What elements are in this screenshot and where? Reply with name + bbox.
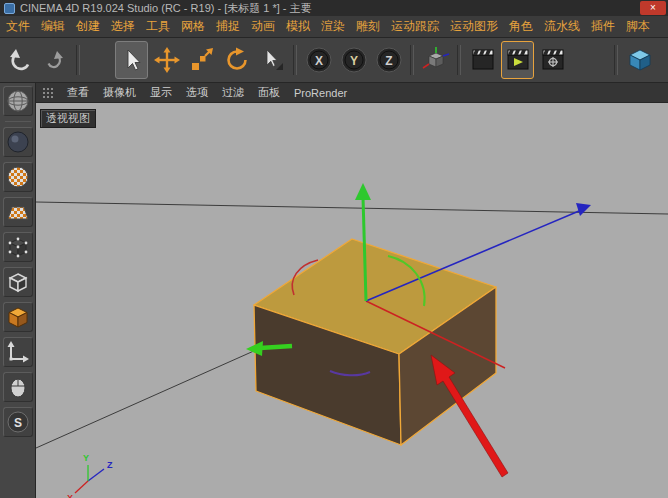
lock-z-axis-button[interactable]: Z (372, 41, 405, 79)
menu-item-mograph[interactable]: 运动图形 (450, 18, 498, 35)
menu-item-create[interactable]: 创建 (76, 18, 100, 35)
snap-button[interactable]: S (3, 407, 33, 437)
viewport-menu-item-panel[interactable]: 面板 (258, 85, 280, 100)
model-mode-button[interactable] (3, 127, 33, 157)
axis-indicator-z-label: Z (107, 460, 113, 470)
viewport-menu-item-display[interactable]: 显示 (150, 85, 172, 100)
main-toolbar: X Y Z (0, 38, 668, 83)
pen-tool-button[interactable] (658, 41, 668, 79)
mode-palette: S (0, 83, 36, 498)
render-view-button[interactable] (466, 41, 499, 79)
workplane-mode-icon (5, 199, 31, 225)
app-icon (4, 3, 15, 14)
svg-text:Z: Z (385, 54, 392, 68)
texture-mode-icon (5, 164, 31, 190)
menu-item-mesh[interactable]: 网格 (181, 18, 205, 35)
viewport-menu-item-view[interactable]: 查看 (67, 85, 89, 100)
perspective-viewport[interactable]: 透视视图 (36, 103, 668, 498)
viewport-menu-item-prorender[interactable]: ProRender (294, 87, 347, 99)
render-picture-viewer-button[interactable] (501, 41, 534, 79)
model-mode-icon (5, 129, 31, 155)
close-button[interactable]: × (640, 1, 666, 15)
move-tool-icon (153, 46, 181, 74)
tweak-mode-button[interactable] (3, 372, 33, 402)
window-title: CINEMA 4D R19.024 Studio (RC - R19) - [未… (20, 1, 312, 16)
live-selection-button[interactable] (115, 41, 148, 79)
viewport-menu-grip-icon[interactable] (43, 88, 53, 98)
rotate-tool-icon (223, 46, 251, 74)
title-bar: CINEMA 4D R19.024 Studio (RC - R19) - [未… (0, 0, 668, 16)
menu-item-script[interactable]: 脚本 (626, 18, 650, 35)
edges-mode-icon (5, 269, 31, 295)
render-picture-viewer-icon (504, 46, 532, 74)
axis-indicator-y-label: Y (83, 453, 89, 463)
menu-item-pipeline[interactable]: 流水线 (544, 18, 580, 35)
points-mode-icon (5, 234, 31, 260)
main-area: S 查看 摄像机 显示 选项 过滤 面板 ProRender 透视视图 (0, 83, 668, 498)
polygons-mode-button[interactable] (3, 302, 33, 332)
enable-axis-button[interactable] (3, 337, 33, 367)
viewport-menu-item-filter[interactable]: 过滤 (222, 85, 244, 100)
undo-button[interactable] (3, 41, 36, 79)
snap-icon: S (5, 409, 31, 435)
menu-item-sculpt[interactable]: 雕刻 (356, 18, 380, 35)
render-view-icon (469, 46, 497, 74)
render-settings-button[interactable] (536, 41, 569, 79)
undo-icon (7, 47, 33, 73)
menu-bar: 文件 编辑 创建 选择 工具 网格 捕捉 动画 模拟 渲染 雕刻 运动跟踪 运动… (0, 16, 668, 38)
scale-tool-icon (188, 46, 216, 74)
svg-text:S: S (13, 416, 21, 430)
menu-item-edit[interactable]: 编辑 (41, 18, 65, 35)
menu-item-simulate[interactable]: 模拟 (286, 18, 310, 35)
palette-divider (5, 121, 31, 122)
menu-item-file[interactable]: 文件 (6, 18, 30, 35)
rotate-tool-button[interactable] (220, 41, 253, 79)
x-axis-icon: X (304, 45, 334, 75)
viewport-menu-item-options[interactable]: 选项 (186, 85, 208, 100)
viewport-canvas[interactable]: Z Y X (36, 103, 668, 498)
render-settings-icon (539, 46, 567, 74)
menu-item-snap[interactable]: 捕捉 (216, 18, 240, 35)
menu-item-plugins[interactable]: 插件 (591, 18, 615, 35)
coordinate-system-button[interactable] (419, 41, 452, 79)
menu-item-character[interactable]: 角色 (509, 18, 533, 35)
workplane-mode-button[interactable] (3, 197, 33, 227)
cursor-dropdown-icon (260, 48, 284, 72)
toolbar-separator (614, 45, 618, 75)
svg-text:Y: Y (349, 54, 357, 68)
scale-tool-button[interactable] (185, 41, 218, 79)
cube-primitive-icon (626, 46, 654, 74)
texture-mode-button[interactable] (3, 162, 33, 192)
redo-button[interactable] (38, 41, 71, 79)
view-label: 透视视图 (40, 109, 96, 128)
move-tool-button[interactable] (150, 41, 183, 79)
toolbar-separator (293, 45, 297, 75)
pen-tool-icon (661, 46, 668, 74)
z-axis-icon: Z (374, 45, 404, 75)
add-cube-button[interactable] (623, 41, 656, 79)
points-mode-button[interactable] (3, 232, 33, 262)
mouse-icon (5, 374, 31, 400)
lock-x-axis-button[interactable]: X (302, 41, 335, 79)
y-axis-icon: Y (339, 45, 369, 75)
make-editable-button[interactable] (3, 86, 33, 116)
menu-item-animate[interactable]: 动画 (251, 18, 275, 35)
selection-cursor-icon (119, 47, 145, 73)
menu-item-select[interactable]: 选择 (111, 18, 135, 35)
menu-item-motion-tracker[interactable]: 运动跟踪 (391, 18, 439, 35)
polygons-mode-icon (5, 304, 31, 330)
redo-icon (44, 49, 66, 71)
last-tool-button[interactable] (255, 41, 288, 79)
toolbar-separator (76, 45, 80, 75)
coordinate-system-icon (421, 45, 451, 75)
viewport-menu-item-cameras[interactable]: 摄像机 (103, 85, 136, 100)
axis-indicator-x-label: X (67, 493, 73, 498)
edges-mode-button[interactable] (3, 267, 33, 297)
viewport-column: 查看 摄像机 显示 选项 过滤 面板 ProRender 透视视图 (36, 83, 668, 498)
lock-y-axis-button[interactable]: Y (337, 41, 370, 79)
svg-text:X: X (314, 54, 322, 68)
viewport-menu-bar: 查看 摄像机 显示 选项 过滤 面板 ProRender (36, 83, 668, 103)
menu-item-tools[interactable]: 工具 (146, 18, 170, 35)
make-editable-icon (5, 88, 31, 114)
menu-item-render[interactable]: 渲染 (321, 18, 345, 35)
